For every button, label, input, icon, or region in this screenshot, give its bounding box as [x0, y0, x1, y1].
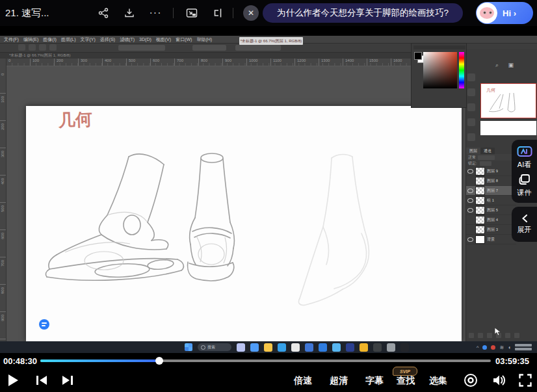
layer-row[interactable]: 图层 8	[466, 176, 516, 186]
layer-thumbnail[interactable]	[475, 235, 485, 244]
quality-button[interactable]: 超清	[330, 375, 348, 387]
ps-panel-icon-strip[interactable]	[467, 73, 478, 141]
panel-icon[interactable]	[467, 133, 475, 141]
ps-menu-item[interactable]: 视图(V)	[156, 36, 171, 43]
tray-volume-icon[interactable]: ◖	[508, 345, 511, 350]
layer-thumbnail[interactable]	[475, 187, 485, 195]
find-button[interactable]: 查找	[397, 375, 415, 387]
taskbar-app-icon[interactable]	[237, 343, 245, 352]
ps-menu-item[interactable]: 图像(I)	[43, 36, 57, 43]
layer-visibility-eye-icon[interactable]	[467, 237, 473, 242]
taskbar-app-icon[interactable]	[291, 343, 300, 352]
layer-thumbnail[interactable]	[475, 167, 485, 176]
ai-watch-button[interactable]: AI看	[517, 146, 532, 170]
layer-row[interactable]: 图层 7	[466, 186, 516, 196]
layer-row[interactable]: 背景	[466, 235, 516, 244]
taskbar-app-icon[interactable]	[360, 343, 368, 352]
taskbar-app-icon[interactable]	[319, 343, 327, 352]
ps-menu-item[interactable]: 文字(Y)	[80, 36, 95, 43]
ps-menu-item[interactable]: 文件(F)	[4, 36, 19, 43]
layer-visibility-eye-icon[interactable]	[467, 198, 473, 203]
ps-menu-item[interactable]: 帮助(H)	[196, 36, 212, 43]
layer-row[interactable]: 图层 5	[466, 205, 516, 215]
panel-icon[interactable]	[467, 118, 475, 126]
dock-window-button[interactable]	[209, 5, 226, 21]
taskbar-clock[interactable]	[515, 344, 532, 350]
message-icon[interactable]	[39, 319, 49, 330]
tray-network-icon[interactable]: ≋	[499, 345, 504, 350]
more-button[interactable]: ···	[147, 5, 164, 21]
saturation-value-square[interactable]	[423, 52, 457, 88]
ps-menu-item[interactable]: 滤镜(T)	[120, 36, 135, 43]
opacity-field[interactable]	[478, 155, 495, 160]
taskbar-app-icon[interactable]	[400, 343, 409, 352]
ps-panel-header-icons[interactable]: ⌕ ▣	[495, 62, 517, 69]
share-button[interactable]	[95, 5, 112, 21]
blend-mode-value[interactable]: 正常	[468, 155, 476, 161]
tray-app-icon[interactable]	[482, 345, 487, 350]
download-button[interactable]	[121, 5, 138, 21]
taskbar-search-box[interactable]: 搜索	[198, 343, 231, 351]
previous-episode-button[interactable]	[34, 372, 49, 388]
panel-icon[interactable]	[467, 73, 475, 81]
layer-thumbnail[interactable]	[475, 216, 485, 224]
foreground-color-swatch[interactable]	[414, 52, 422, 60]
layer-visibility-eye-icon[interactable]	[467, 169, 473, 174]
taskbar-app-icon[interactable]	[305, 343, 313, 352]
ps-menu-item[interactable]: 图层(L)	[61, 36, 76, 43]
windows-start-button[interactable]	[185, 343, 192, 351]
ps-menu-item[interactable]: 窗口(W)	[176, 36, 192, 43]
ps-menu-item[interactable]: 选择(S)	[100, 36, 115, 43]
next-episode-button[interactable]	[60, 372, 75, 388]
video-content[interactable]: 文件(F)编辑(E)图像(I)图层(L)文字(Y)选择(S)滤镜(T)3D(D)…	[0, 36, 537, 341]
volume-button[interactable]	[491, 372, 507, 388]
episodes-button[interactable]: 选集	[429, 375, 447, 387]
ps-color-picker-panel[interactable]	[411, 43, 467, 108]
taskbar-app-icon[interactable]	[332, 343, 341, 352]
layer-row[interactable]: 组 1	[466, 196, 516, 205]
panel-icon[interactable]	[467, 88, 475, 96]
tray-chevron-icon[interactable]: ^	[477, 345, 479, 350]
layer-visibility-eye-icon[interactable]	[467, 218, 473, 222]
fullscreen-button[interactable]	[517, 372, 533, 388]
layer-thumbnail[interactable]	[475, 206, 485, 215]
taskbar-app-icon[interactable]	[387, 343, 395, 352]
ps-navigator-thumbnail[interactable]: 几何	[480, 83, 536, 118]
taskbar-app-icon[interactable]	[278, 343, 286, 352]
layers-panel-tab[interactable]: 通道	[480, 148, 495, 154]
taskbar-app-icon[interactable]	[264, 343, 272, 352]
layer-row[interactable]: 图层 9	[466, 166, 516, 176]
layer-visibility-eye-icon[interactable]	[467, 228, 473, 232]
taskbar-app-icon[interactable]	[250, 343, 259, 352]
layer-thumbnail[interactable]	[475, 196, 485, 205]
layers-panel-tab[interactable]: 图层	[466, 148, 480, 154]
panel-icon[interactable]	[467, 103, 475, 111]
assistant-button[interactable]: Hi ›	[476, 2, 533, 24]
progress-thumb[interactable]	[155, 357, 163, 365]
fill-field[interactable]	[480, 161, 491, 166]
expand-button[interactable]: 展开	[512, 207, 537, 242]
taskbar-app-icon[interactable]	[346, 343, 354, 352]
layer-row[interactable]: 图层 3	[466, 225, 516, 235]
close-question-button[interactable]: ✕	[243, 5, 259, 21]
ps-menu-item[interactable]: 编辑(E)	[23, 36, 38, 43]
tray-app-icon[interactable]	[491, 345, 495, 350]
layer-visibility-eye-icon[interactable]	[467, 179, 473, 183]
ai-question-pill[interactable]: 为什么作者今天想分享关于脚部的绘画技巧?	[263, 3, 463, 23]
ps-document-tab[interactable]: *未标题-1 @ 66.7%(图层 1, RGB/8)	[239, 37, 303, 45]
layer-visibility-eye-icon[interactable]	[467, 189, 473, 193]
progress-bar[interactable]	[40, 359, 491, 362]
pip-button[interactable]	[183, 5, 200, 21]
layer-visibility-eye-icon[interactable]	[467, 208, 473, 213]
record-button[interactable]	[463, 372, 478, 388]
layer-row[interactable]: 图层 4	[466, 215, 516, 225]
play-button[interactable]	[5, 372, 21, 388]
layer-thumbnail[interactable]	[475, 226, 485, 234]
layer-thumbnail[interactable]	[475, 177, 485, 185]
speed-button[interactable]: 倍速	[294, 375, 312, 387]
ps-menu-item[interactable]: 3D(D)	[139, 37, 151, 42]
hue-strip[interactable]	[459, 52, 464, 88]
courseware-button[interactable]: 课件	[517, 174, 532, 198]
taskbar-app-icon[interactable]	[373, 343, 382, 352]
subtitle-button[interactable]: 字幕	[365, 375, 384, 387]
